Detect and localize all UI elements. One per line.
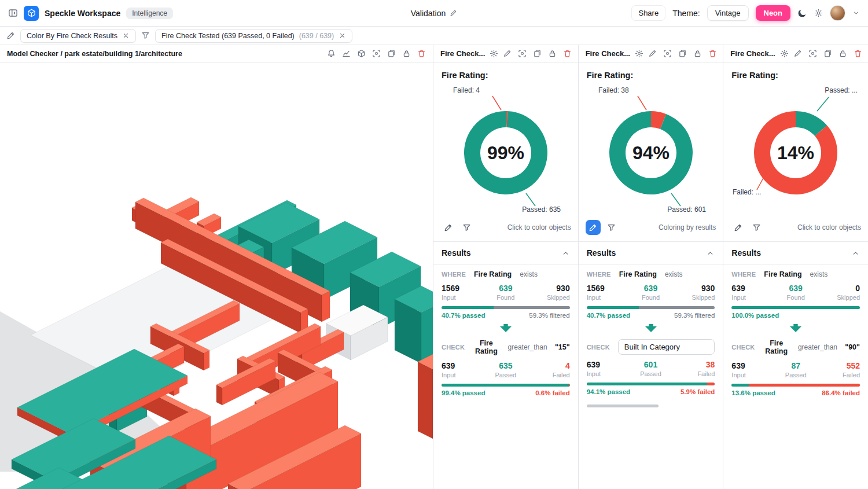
passed-caption: 99.4% passed — [442, 389, 485, 396]
actions-row: Coloring by results — [579, 215, 723, 241]
top-bar-actions: Share Theme: Vintage Neon — [631, 5, 860, 21]
stat-value: 930 — [527, 284, 570, 293]
stat-value: 4 — [527, 361, 570, 370]
avatar[interactable] — [830, 5, 845, 21]
stat-value: 601 — [630, 360, 672, 369]
panel-header: Fire Check... — [723, 45, 868, 62]
panel-header: Fire Check... — [433, 45, 578, 62]
flow-arrow — [433, 319, 578, 333]
color-objects-button[interactable] — [586, 220, 601, 235]
close-icon[interactable] — [339, 32, 346, 39]
model-viewer-panel: Model Checker / park estate/building 1/a… — [0, 45, 433, 489]
scan-icon[interactable] — [808, 49, 817, 58]
svg-text:Failed: ...: Failed: ... — [733, 188, 761, 196]
trash-icon[interactable] — [417, 49, 426, 58]
gear-icon[interactable] — [490, 49, 498, 58]
results-header[interactable]: Results — [433, 241, 578, 264]
action-caption: Click to color objects — [797, 223, 861, 231]
panel-title: Fire Check... — [440, 49, 485, 58]
scrollbar-thumb[interactable] — [587, 405, 659, 407]
pencil-icon[interactable] — [503, 49, 512, 58]
pencil-icon[interactable] — [648, 49, 657, 58]
clause-field: Fire Rating — [764, 270, 801, 278]
clause-operator: exists — [520, 270, 538, 278]
filter-objects-button[interactable] — [749, 220, 764, 235]
color-filter-chip[interactable]: Color By Fire Check Results — [20, 29, 136, 43]
building-model[interactable] — [0, 62, 433, 489]
filter-bar: Color By Fire Check Results Fire Check T… — [0, 27, 868, 45]
svg-text:14%: 14% — [777, 142, 814, 163]
gear-icon[interactable] — [635, 49, 643, 58]
collapse-sidebar-icon[interactable] — [8, 8, 18, 18]
stat-value: 87 — [774, 361, 817, 370]
trash-icon[interactable] — [854, 49, 862, 58]
intelligence-badge: Intelligence — [126, 8, 173, 19]
model-canvas[interactable] — [0, 62, 433, 489]
color-icon[interactable] — [6, 31, 15, 40]
stat-value: 38 — [672, 360, 715, 369]
horizontal-scrollbar[interactable] — [587, 405, 715, 407]
gear-icon[interactable] — [780, 49, 789, 58]
check-panel-3: Fire Check... Fire Rating: 14%Passed: ..… — [723, 45, 868, 489]
chart-icon[interactable] — [342, 49, 351, 58]
pages-icon[interactable] — [823, 49, 832, 58]
trash-icon[interactable] — [708, 49, 717, 58]
document-title-group: Validation — [411, 9, 457, 18]
lock-icon[interactable] — [838, 49, 847, 58]
funnel-icon[interactable] — [141, 31, 150, 40]
results-header[interactable]: Results — [579, 241, 723, 264]
flow-arrow-icon — [789, 324, 803, 333]
chevron-up-icon[interactable] — [561, 249, 570, 258]
stat-value: 552 — [817, 361, 860, 370]
results-label: Results — [442, 248, 471, 258]
color-objects-button[interactable] — [730, 220, 745, 235]
check-panel-1: Fire Check... Fire Rating: 99%Failed: 4P… — [433, 45, 578, 489]
filter-objects-button[interactable] — [459, 220, 474, 235]
progress-bar — [587, 383, 715, 385]
chevron-up-icon[interactable] — [706, 249, 715, 258]
progress-bar — [731, 384, 860, 387]
edit-title-icon[interactable] — [450, 9, 457, 17]
svg-text:Failed: 4: Failed: 4 — [453, 86, 480, 94]
svg-text:99%: 99% — [487, 142, 524, 163]
donut-chart: 99%Failed: 4Passed: 635 — [433, 80, 578, 215]
bell-icon[interactable] — [327, 49, 336, 58]
lock-icon[interactable] — [693, 49, 702, 58]
pages-icon[interactable] — [533, 49, 542, 58]
close-icon[interactable] — [122, 32, 130, 39]
failed-caption: 0.6% failed — [535, 389, 569, 396]
results-label: Results — [731, 248, 761, 258]
results-header[interactable]: Results — [723, 241, 868, 264]
stat-label: Input — [442, 372, 484, 378]
stat-label: Skipped — [817, 294, 860, 301]
where-clause: WHERE Fire Rating exists 1569Input 639Fo… — [579, 264, 723, 319]
scan-icon[interactable] — [372, 49, 381, 58]
theme-vintage-button[interactable]: Vintage — [707, 5, 749, 21]
pages-icon[interactable] — [387, 49, 396, 58]
chevron-up-icon[interactable] — [851, 249, 860, 258]
filtered-caption: 59.3% filtered — [674, 312, 715, 319]
color-objects-button[interactable] — [440, 220, 455, 235]
stat-value: 1569 — [587, 284, 630, 293]
lock-icon[interactable] — [548, 49, 557, 58]
chevron-down-icon[interactable] — [852, 9, 860, 17]
theme-neon-button[interactable]: Neon — [756, 5, 791, 21]
dark-mode-icon[interactable] — [797, 8, 807, 18]
pencil-icon[interactable] — [793, 49, 802, 58]
stat-label: Failed — [527, 372, 570, 378]
results-label: Results — [587, 248, 616, 258]
trash-icon[interactable] — [563, 49, 572, 58]
share-button[interactable]: Share — [631, 5, 665, 21]
cube-icon[interactable] — [357, 49, 366, 58]
stat-label: Found — [484, 294, 527, 301]
filter-objects-button[interactable] — [604, 220, 619, 235]
clause-keyword: CHECK — [442, 344, 465, 351]
lock-icon[interactable] — [402, 49, 411, 58]
category-select[interactable]: Built In Category — [618, 339, 715, 355]
scan-icon[interactable] — [518, 49, 527, 58]
pages-icon[interactable] — [678, 49, 687, 58]
scan-icon[interactable] — [663, 49, 672, 58]
app-title: Speckle Workspace — [45, 9, 120, 18]
light-mode-icon[interactable] — [814, 9, 823, 17]
fire-check-filter-chip[interactable]: Fire Check Tested (639 Passed, 0 Failed)… — [155, 29, 352, 43]
